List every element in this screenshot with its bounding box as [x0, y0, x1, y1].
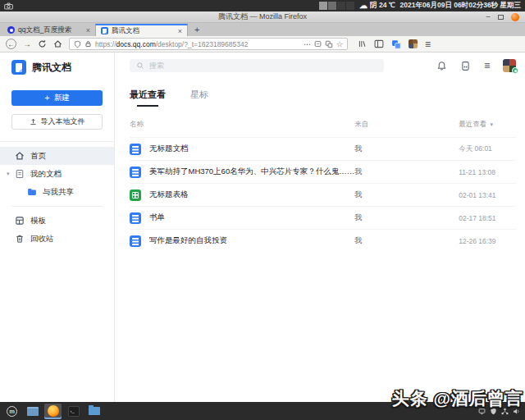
doc-name-cell: 无标题表格 — [130, 189, 354, 201]
search-box[interactable] — [130, 59, 384, 72]
tencent-docs-logo-icon — [11, 60, 26, 75]
template-icon — [15, 216, 25, 226]
doc-file-icon — [130, 235, 141, 247]
folder-icon — [89, 407, 100, 415]
workspace-4[interactable] — [346, 2, 354, 10]
forward-button[interactable]: → — [23, 40, 31, 48]
user-avatar[interactable] — [503, 59, 516, 72]
doc-owner: 我 — [354, 235, 459, 246]
table-row[interactable]: 无标题表格 我 02-01 13:41 — [130, 183, 516, 206]
sidebar-item-trash[interactable]: 回收站 — [0, 230, 114, 248]
expand-caret-icon[interactable]: ▾ — [7, 171, 10, 177]
page-actions-dots-icon[interactable]: ⋯ — [304, 40, 311, 48]
system-top-bar: ☁ 阴 24 ℃ 2021年06月09日 06时02分36秒 星期三 — [0, 0, 525, 11]
minimize-button[interactable]: − — [486, 13, 491, 21]
table-row[interactable]: 书单 我 02-17 18:51 — [130, 206, 516, 229]
doc-owner: 我 — [354, 167, 459, 177]
file-manager-taskbar-button[interactable] — [85, 404, 103, 419]
mint-menu-button[interactable]: m — [3, 404, 21, 419]
baidu-favicon-icon — [7, 26, 15, 34]
toolbar-right-icons: ≡ — [358, 39, 431, 49]
home-icon — [15, 151, 25, 161]
pocket-save-icon[interactable] — [314, 40, 322, 48]
table-row[interactable]: 写作是最好的自我投资 我 12-26 16:39 — [130, 229, 516, 252]
page-translate-icon[interactable] — [325, 40, 333, 48]
show-desktop-button[interactable] — [24, 404, 41, 419]
tab-baidu-search[interactable]: qq文档_百度搜索 × — [2, 24, 95, 36]
translate-extension-icon[interactable] — [391, 39, 401, 49]
url-path: /desktop/?_t=1623189685342 — [156, 40, 249, 48]
doc-owner: 我 — [354, 144, 459, 154]
doc-time: 02-17 18:51 — [459, 214, 516, 222]
column-header-time-label: 最近查看 — [459, 120, 486, 130]
tab-label: qq文档_百度搜索 — [18, 25, 83, 35]
import-local-file-button[interactable]: 导入本地文件 — [11, 114, 103, 130]
list-menu-icon[interactable]: ≡ — [484, 61, 490, 71]
tracking-protection-shield-icon[interactable] — [74, 40, 81, 48]
sidebar-nav: 首页 ▾ 我的文档 与我共享 — [0, 147, 114, 248]
workspace-2[interactable] — [328, 2, 336, 10]
tab-starred[interactable]: 星标 — [190, 89, 208, 107]
tab-tencent-docs[interactable]: 腾讯文档 × — [95, 24, 188, 36]
reload-button[interactable] — [38, 39, 47, 48]
workspace-3[interactable] — [337, 2, 345, 10]
doc-title: 写作是最好的自我投资 — [149, 235, 227, 246]
firefox-taskbar-button[interactable] — [44, 404, 62, 419]
url-bar[interactable]: https:// docs.qq.com /desktop/?_t=162318… — [69, 38, 348, 50]
workspace-1[interactable] — [319, 2, 327, 10]
mint-logo-icon: m — [7, 406, 17, 417]
doc-name-cell: 写作是最好的自我投资 — [130, 235, 354, 247]
home-button[interactable] — [53, 39, 62, 48]
new-button-label: 新建 — [54, 93, 70, 103]
doc-name-cell: 无标题文档 — [130, 144, 354, 155]
doc-file-icon — [130, 167, 141, 178]
lock-icon[interactable] — [84, 40, 92, 48]
doc-file-icon — [130, 144, 141, 155]
search-icon — [136, 62, 144, 70]
pixel-art-extension-icon[interactable] — [409, 39, 418, 48]
tab-close-icon[interactable]: × — [178, 27, 182, 35]
back-button[interactable]: ← — [6, 39, 16, 49]
terminal-icon: ›_ — [68, 406, 80, 417]
tab-recently-viewed[interactable]: 最近查看 — [130, 89, 166, 107]
sidebar-item-templates[interactable]: 模板 — [0, 212, 114, 230]
maximize-button[interactable] — [498, 15, 504, 20]
import-button-label: 导入本地文件 — [41, 116, 85, 127]
screenshot-camera-icon[interactable] — [4, 2, 13, 10]
brand-logo-row[interactable]: 腾讯文档 — [0, 59, 114, 75]
new-tab-button[interactable]: + — [194, 25, 199, 36]
window-title: 腾讯文档 — Mozilla Firefox — [218, 11, 307, 22]
header-action-icons: ≡ — [436, 59, 516, 72]
table-row[interactable]: 美军劫持了MH370上60名华为、中兴芯片专家？什么鬼…… 我 11-21 13… — [130, 160, 516, 183]
sheet-file-icon — [130, 189, 141, 201]
terminal-taskbar-button[interactable]: ›_ — [65, 404, 82, 419]
url-text[interactable]: https:// docs.qq.com /desktop/?_t=162318… — [95, 40, 300, 48]
shared-folder-icon — [27, 187, 37, 197]
bookmark-star-icon[interactable]: ☆ — [336, 40, 343, 48]
doc-file-icon — [130, 212, 141, 224]
tab-close-icon[interactable]: × — [86, 26, 90, 34]
sidebar-item-label: 我的文档 — [30, 169, 62, 180]
url-host: docs.qq.com — [116, 40, 156, 48]
trash-icon — [15, 234, 25, 244]
column-header-time-sort[interactable]: 最近查看 ▼ — [459, 120, 516, 130]
library-icon[interactable] — [358, 39, 367, 48]
column-header-from: 来自 — [354, 120, 459, 130]
app-download-icon[interactable] — [460, 61, 471, 71]
main-panel: ≡ 最近查看 星标 名称 来自 最近查看 ▼ 无标题文档 — [115, 52, 525, 402]
new-document-button[interactable]: + 新建 — [11, 90, 103, 106]
hamburger-menu-icon[interactable]: ≡ — [425, 39, 431, 49]
table-header-row: 名称 来自 最近查看 ▼ — [130, 120, 516, 137]
workspace-switcher[interactable] — [319, 2, 354, 10]
sidebar-item-shared-with-me[interactable]: 与我共享 — [0, 183, 114, 201]
sidebar-toggle-icon[interactable] — [374, 39, 384, 48]
doc-time: 今天 06:01 — [459, 144, 516, 154]
search-input[interactable] — [149, 62, 377, 70]
wechat-badge-icon — [512, 67, 518, 74]
sidebar-item-home[interactable]: 首页 — [0, 147, 114, 165]
notification-bell-icon[interactable] — [436, 61, 447, 71]
table-row[interactable]: 无标题文档 我 今天 06:01 — [130, 137, 516, 160]
doc-title: 无标题文档 — [149, 144, 189, 154]
close-button[interactable] — [511, 13, 519, 21]
sidebar-item-my-docs[interactable]: ▾ 我的文档 — [0, 165, 114, 183]
